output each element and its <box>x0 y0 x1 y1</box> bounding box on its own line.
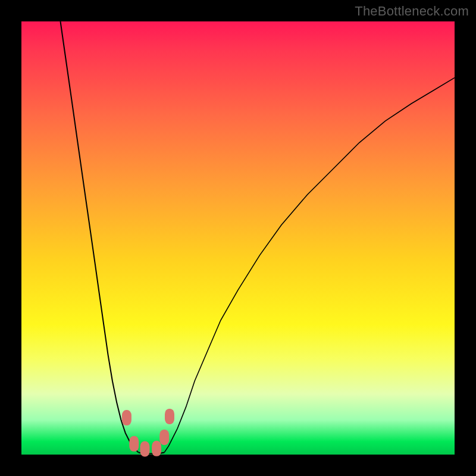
valley-marker <box>165 409 174 424</box>
chart-frame: TheBottleneck.com <box>0 0 476 476</box>
curve-right <box>164 78 455 453</box>
chart-svg <box>21 21 455 455</box>
valley-marker <box>122 410 131 425</box>
curve-left <box>61 21 139 452</box>
watermark-text: TheBottleneck.com <box>355 4 469 19</box>
plot-area <box>21 21 455 455</box>
valley-marker <box>152 441 161 456</box>
valley-marker <box>129 436 139 452</box>
valley-marker <box>159 430 169 445</box>
valley-marker <box>140 441 150 457</box>
